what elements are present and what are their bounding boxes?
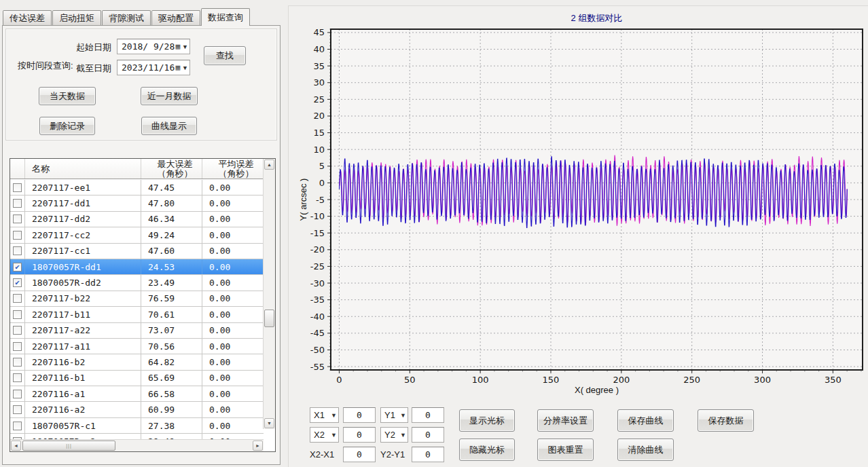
row-avg-error: 0.00	[202, 259, 264, 274]
save-data-button[interactable]: 保存数据	[698, 409, 754, 432]
checkbox-icon[interactable]	[13, 214, 22, 223]
checkbox-icon[interactable]	[13, 373, 22, 382]
today-data-button[interactable]: 当天数据	[39, 87, 96, 105]
vertical-scrollbar[interactable]: ▲ ▼	[263, 159, 275, 429]
tab-item-1[interactable]: 传达误差	[3, 10, 52, 25]
checkbox-checked-icon[interactable]: ✔	[13, 263, 22, 272]
y2-cursor-select[interactable]: Y2 ▼	[380, 427, 408, 443]
chevron-down-icon[interactable]: ▼	[399, 412, 408, 419]
row-avg-error: 0.00	[202, 418, 264, 433]
checkbox-icon[interactable]	[13, 199, 22, 208]
scroll-up-icon[interactable]: ▲	[264, 160, 274, 170]
curve-display-button[interactable]: 曲线显示	[141, 117, 197, 135]
chevron-down-icon[interactable]: ▼	[399, 432, 408, 438]
chevron-down-icon[interactable]: ▼	[329, 432, 338, 438]
chevron-down-icon[interactable]: ▼	[329, 412, 338, 419]
table-row[interactable]: 2207117-a1170.560.00	[10, 339, 264, 354]
tab-item-3[interactable]: 背隙测试	[102, 10, 151, 25]
row-max-error: 46.34	[141, 212, 202, 227]
tab-item-4[interactable]: 驱动配置	[151, 10, 200, 25]
tab-item-5[interactable]: 数据查询	[201, 8, 250, 26]
table-row[interactable]: 2207116-b264.820.00	[10, 354, 264, 370]
y2-value-field[interactable]: 0	[412, 427, 444, 443]
table-row[interactable]: 2207116-a260.990.00	[10, 402, 264, 417]
table-row[interactable]: 2207117-b2276.590.00	[10, 291, 264, 307]
table-row[interactable]: 2207117-cc249.240.00	[10, 227, 264, 243]
app-window: { "tabs": { "items": ["传达误差", "启动扭矩", "背…	[0, 0, 868, 467]
checkbox-icon[interactable]	[13, 294, 22, 303]
x1-cursor-select[interactable]: X1 ▼	[310, 407, 339, 423]
checkbox-icon[interactable]	[13, 231, 22, 240]
chart-reset-button[interactable]: 图表重置	[537, 438, 594, 461]
table-row[interactable]: ✔18070057R-dd124.530.00	[10, 259, 264, 275]
row-name: 2207117-b11	[25, 307, 141, 322]
y-tick-label: 25	[313, 94, 325, 105]
table-row[interactable]: ✔18070057R-dd223.490.00	[10, 275, 264, 291]
row-name: 2207116-a2	[25, 402, 141, 417]
x2-cursor-select[interactable]: X2 ▼	[310, 427, 339, 443]
tab-item-2[interactable]: 启动扭矩	[52, 10, 101, 25]
resolution-settings-button[interactable]: 分辨率设置	[537, 409, 594, 432]
checkbox-icon[interactable]	[13, 342, 22, 351]
scroll-right-icon[interactable]: ►	[253, 441, 263, 451]
horizontal-scrollbar[interactable]: ◄ ||| ►	[10, 439, 264, 451]
y-tick-label: -40	[310, 312, 325, 322]
x2-value-field[interactable]: 0	[343, 427, 376, 443]
vertical-scroll-thumb[interactable]	[264, 310, 274, 327]
end-date-field[interactable]: 2023/11/16 ▦ ▼	[117, 60, 190, 75]
table-row[interactable]: 2207117-dd246.340.00	[10, 212, 264, 227]
checkbox-icon[interactable]	[13, 246, 22, 255]
start-date-label: 起始日期	[76, 41, 111, 54]
checkbox-checked-icon[interactable]: ✔	[13, 278, 22, 287]
checkbox-icon[interactable]	[13, 326, 22, 335]
checkbox-icon[interactable]	[13, 422, 22, 430]
row-name: 2207117-b22	[25, 291, 141, 306]
checkbox-icon[interactable]	[13, 358, 22, 367]
checkbox-icon[interactable]	[13, 390, 22, 398]
table-row[interactable]: 2207117-cc147.600.00	[10, 244, 264, 259]
table-row[interactable]: 2207117-ee147.450.00	[10, 180, 264, 195]
y1-cursor-select[interactable]: Y1 ▼	[380, 407, 408, 423]
start-date-field[interactable]: 2018/ 9/28 ▦ ▼	[117, 39, 190, 54]
row-name: 2207117-ee1	[25, 180, 141, 195]
calendar-icon[interactable]: ▦	[175, 42, 180, 51]
x1-value-field[interactable]: 0	[343, 407, 376, 423]
y-tick-label: 10	[313, 145, 325, 155]
clear-curve-button[interactable]: 清除曲线	[617, 438, 674, 461]
y-tick-label: -10	[310, 211, 325, 221]
save-curve-button[interactable]: 保存曲线	[617, 409, 674, 432]
delete-record-button[interactable]: 删除记录	[39, 117, 95, 135]
checkbox-icon[interactable]	[13, 310, 22, 319]
header-name[interactable]: 名称	[25, 159, 141, 179]
checkbox-icon[interactable]	[13, 183, 22, 192]
table-row[interactable]: 2207116-b165.690.00	[10, 371, 264, 386]
table-row[interactable]: 2207117-a2273.070.00	[10, 323, 264, 339]
checkbox-icon[interactable]	[13, 405, 22, 414]
header-avg-error[interactable]: 平均误差 （角秒）	[202, 159, 264, 179]
table-row[interactable]: 2207117-dd147.800.00	[10, 195, 264, 211]
row-checkbox-cell	[10, 227, 25, 242]
table-row[interactable]: 2207116-a166.580.00	[10, 386, 264, 402]
calendar-icon[interactable]: ▦	[175, 63, 180, 72]
row-checkbox-cell: ✔	[10, 259, 25, 274]
x-tick-label: 250	[683, 375, 700, 385]
row-name: 2207117-cc1	[25, 244, 141, 259]
scroll-left-icon[interactable]: ◄	[11, 441, 21, 451]
dropdown-arrow-icon[interactable]: ▼	[181, 64, 189, 71]
horizontal-scroll-thumb[interactable]: |||	[22, 441, 115, 451]
table-row[interactable]: 2207117-b1170.610.00	[10, 307, 264, 322]
scroll-down-icon[interactable]: ▼	[264, 418, 274, 428]
row-avg-error: 0.00	[202, 307, 264, 322]
header-max-error[interactable]: 最大误差 （角秒）	[141, 159, 202, 179]
y1-value-field[interactable]: 0	[412, 407, 444, 423]
chart-plot[interactable]: 454035302520151050-5-10-15-20-25-30-35-4…	[292, 0, 868, 402]
dropdown-arrow-icon[interactable]: ▼	[181, 43, 189, 50]
last-month-data-button[interactable]: 近一月数据	[141, 87, 198, 105]
x-tick-label: 100	[472, 375, 489, 385]
y-tick-label: -25	[310, 261, 325, 272]
table-row[interactable]: 18070057R-c127.380.00	[10, 418, 264, 434]
hide-cursor-button[interactable]: 隐藏光标	[459, 438, 515, 461]
row-name: 2207117-a11	[25, 339, 141, 354]
show-cursor-button[interactable]: 显示光标	[459, 409, 515, 432]
search-button[interactable]: 查找	[204, 46, 246, 65]
